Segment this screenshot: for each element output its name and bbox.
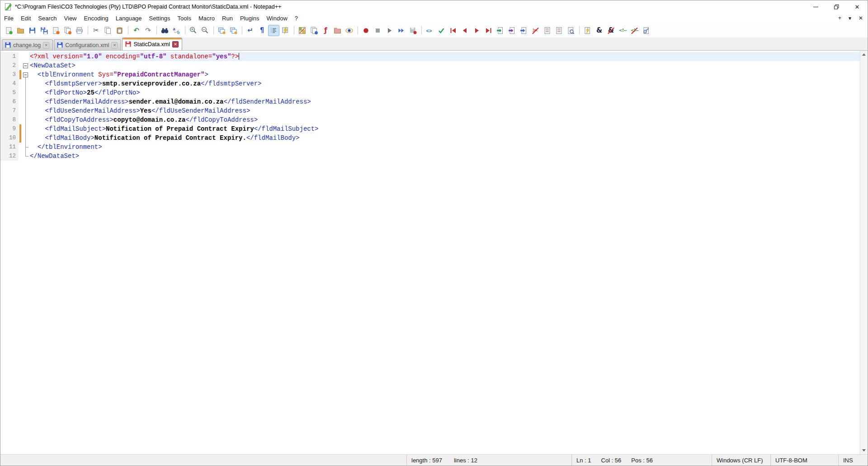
tab-close-icon[interactable]: ✕ xyxy=(43,42,49,48)
folder-as-workspace-icon[interactable] xyxy=(332,25,343,36)
doc-marks-red2-icon[interactable] xyxy=(553,25,565,36)
close-tab-button[interactable]: ✕ xyxy=(859,15,863,21)
find-icon[interactable] xyxy=(159,25,170,36)
replace-icon[interactable]: ab xyxy=(171,25,182,36)
doc-export-blue-icon[interactable] xyxy=(518,25,529,36)
doc-marks-red-icon[interactable] xyxy=(542,25,553,36)
tab-staticdata-xml[interactable]: StaticData.xml✕ xyxy=(122,38,182,50)
fold-collapse-icon[interactable] xyxy=(23,63,28,68)
code-line-10[interactable]: 10 <fldMailBody>Notification of Prepaid … xyxy=(0,133,860,143)
xml-tag-icon[interactable]: <> xyxy=(424,25,435,36)
doc-export-purple-icon[interactable] xyxy=(506,25,518,36)
restore-button[interactable] xyxy=(826,0,847,13)
wrench-icon[interactable] xyxy=(641,25,652,36)
code-text[interactable]: <fldCopyToAddress>copyto@domain.co.za</f… xyxy=(29,115,860,124)
code-text[interactable]: <fldUseSenderMailAddress>Yes</fldUseSend… xyxy=(29,106,860,115)
menu-item-file[interactable]: File xyxy=(0,14,17,23)
scroll-up-icon[interactable] xyxy=(860,51,868,58)
code-text[interactable]: <fldSenderMailAddress>sender.email@domai… xyxy=(29,97,860,106)
close-icon[interactable] xyxy=(50,25,61,36)
save-all-icon[interactable] xyxy=(38,25,50,36)
fold-margin[interactable] xyxy=(22,70,29,79)
nav-prev-icon[interactable] xyxy=(459,25,471,36)
text-area[interactable]: 1<?xml version="1.0" encoding="utf-8" st… xyxy=(0,51,860,454)
menu-item-window[interactable]: Window xyxy=(263,14,291,23)
code-text[interactable]: </tblEnvironment> xyxy=(29,143,860,152)
tab-list-dropdown-icon[interactable]: ▼ xyxy=(848,16,852,21)
close-all-icon[interactable] xyxy=(62,25,73,36)
macro-play-icon[interactable] xyxy=(384,25,395,36)
code-text[interactable]: </NewDataSet> xyxy=(29,152,860,161)
new-tab-button[interactable]: + xyxy=(838,15,841,21)
menu-item-tools[interactable]: Tools xyxy=(174,14,195,23)
macro-run-multiple-icon[interactable] xyxy=(396,25,407,36)
clear-marks-icon[interactable]: ✂ xyxy=(530,25,541,36)
function-list-icon[interactable]: ƒ xyxy=(320,25,331,36)
macro-record-icon[interactable] xyxy=(360,25,372,36)
open-folder-icon[interactable] xyxy=(15,25,26,36)
menu-item-view[interactable]: View xyxy=(61,14,80,23)
code-text[interactable]: <fldMailSubject>Notification of Prepaid … xyxy=(29,124,860,133)
code-text[interactable]: <NewDataSet> xyxy=(29,61,860,70)
code-text[interactable]: <fldMailBody>Notification of Prepaid Con… xyxy=(29,133,860,143)
cut-icon[interactable]: ✂ xyxy=(90,25,102,36)
menu-item-encoding[interactable]: Encoding xyxy=(80,14,112,23)
code-text[interactable]: <tblEnvironment Sys="PrepaidContractMana… xyxy=(29,70,860,79)
macro-save-icon[interactable] xyxy=(407,25,419,36)
paste-icon[interactable] xyxy=(114,25,125,36)
copy-icon[interactable] xyxy=(102,25,113,36)
new-file-icon[interactable] xyxy=(3,25,14,36)
comment-icon[interactable]: <!-- xyxy=(617,25,628,36)
ampersand-icon[interactable]: & xyxy=(594,25,605,36)
nav-first-icon[interactable] xyxy=(448,25,459,36)
vertical-scrollbar[interactable] xyxy=(860,51,868,454)
menu-item-edit[interactable]: Edit xyxy=(17,14,34,23)
undo-icon[interactable]: ↶ xyxy=(131,25,142,36)
code-line-4[interactable]: 4 <fldsmtpServer>smtp.serviceprovider.co… xyxy=(0,79,860,88)
monitoring-icon[interactable] xyxy=(344,25,355,36)
save-icon[interactable] xyxy=(27,25,38,36)
print-icon[interactable] xyxy=(74,25,85,36)
code-line-11[interactable]: 11 </tblEnvironment> xyxy=(0,143,860,152)
redo-icon[interactable]: ↷ xyxy=(142,25,154,36)
tab-close-icon[interactable]: ✕ xyxy=(172,41,179,48)
uncomment-icon[interactable]: <!-- xyxy=(629,25,640,36)
tab-close-icon[interactable]: ✕ xyxy=(111,42,118,48)
sync-horizontal-scroll-icon[interactable] xyxy=(228,25,239,36)
code-line-8[interactable]: 8 <fldCopyToAddress>copyto@domain.co.za<… xyxy=(0,115,860,124)
code-line-12[interactable]: 12</NewDataSet> xyxy=(0,152,860,161)
zoom-out-icon[interactable]: − xyxy=(199,25,211,36)
menu-item-help[interactable]: ? xyxy=(291,14,302,23)
code-line-5[interactable]: 5 <fldPortNo>25</fldPortNo> xyxy=(0,88,860,97)
code-line-9[interactable]: 9 <fldMailSubject>Notification of Prepai… xyxy=(0,124,860,133)
code-line-1[interactable]: 1<?xml version="1.0" encoding="utf-8" st… xyxy=(0,52,860,61)
menu-item-settings[interactable]: Settings xyxy=(146,14,174,23)
code-line-2[interactable]: 2<NewDataSet> xyxy=(0,61,860,70)
sync-vertical-scroll-icon[interactable] xyxy=(216,25,227,36)
code-line-3[interactable]: 3 <tblEnvironment Sys="PrepaidContractMa… xyxy=(0,70,860,79)
tab-configuration-xml[interactable]: Configuration.xml✕ xyxy=(54,39,121,50)
macro-stop-icon[interactable] xyxy=(372,25,383,36)
code-text[interactable]: <fldsmtpServer>smtp.serviceprovider.co.z… xyxy=(29,79,860,88)
doc-export-green-icon[interactable] xyxy=(495,25,506,36)
menu-item-run[interactable]: Run xyxy=(218,14,236,23)
ampersand-off-icon[interactable]: & xyxy=(605,25,617,36)
doc-preview-icon[interactable] xyxy=(565,25,576,36)
show-indent-guide-icon[interactable] xyxy=(268,25,279,36)
code-line-6[interactable]: 6 <fldSenderMailAddress>sender.email@dom… xyxy=(0,97,860,106)
tab-change-log[interactable]: change.log✕ xyxy=(2,39,53,50)
code-text[interactable]: <fldPortNo>25</fldPortNo> xyxy=(29,88,860,97)
fold-margin[interactable] xyxy=(22,61,29,70)
menu-item-search[interactable]: Search xyxy=(34,14,60,23)
show-all-characters-icon[interactable]: ¶ xyxy=(256,25,268,36)
doc-lightning-icon[interactable] xyxy=(582,25,593,36)
close-button[interactable]: ✕ xyxy=(847,0,868,13)
document-map-icon[interactable] xyxy=(297,25,308,36)
menu-item-plugins[interactable]: Plugins xyxy=(236,14,263,23)
word-wrap-icon[interactable]: ↵ xyxy=(245,25,256,36)
document-list-icon[interactable] xyxy=(308,25,320,36)
xml-validate-icon[interactable] xyxy=(436,25,447,36)
scroll-down-icon[interactable] xyxy=(860,447,868,454)
code-line-7[interactable]: 7 <fldUseSenderMailAddress>Yes</fldUseSe… xyxy=(0,106,860,115)
menu-item-macro[interactable]: Macro xyxy=(195,14,218,23)
